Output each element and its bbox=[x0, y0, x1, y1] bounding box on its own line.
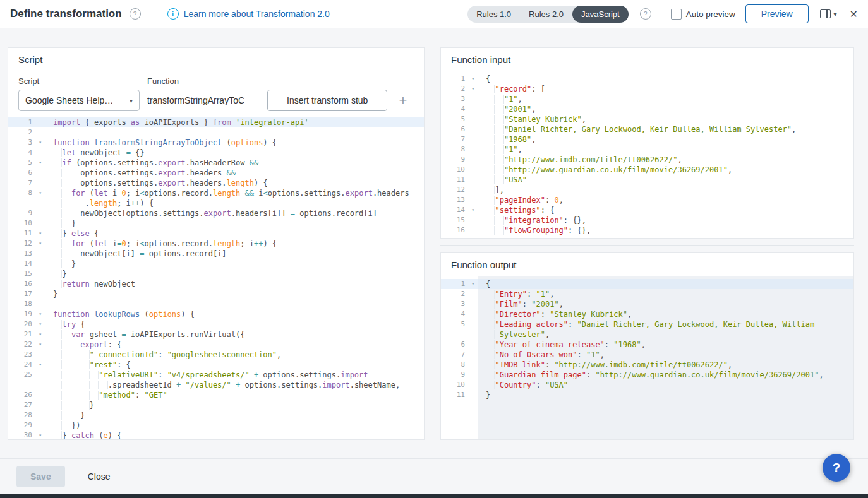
save-button[interactable]: Save bbox=[16, 466, 65, 487]
fold-toggle-icon[interactable]: ▾ bbox=[39, 158, 42, 168]
code-line: 12▾ for (let i=0; i<options.record.lengt… bbox=[8, 239, 424, 249]
panel-resize-handle[interactable] bbox=[440, 245, 854, 246]
learn-more-link[interactable]: Learn more about Transformation 2.0 bbox=[184, 9, 330, 19]
line-number: 25 bbox=[8, 370, 45, 380]
code-line: .length; i++) { bbox=[8, 198, 424, 208]
line-number: 14▾ bbox=[441, 205, 478, 215]
fold-toggle-icon[interactable]: ▾ bbox=[471, 84, 474, 94]
line-number bbox=[8, 198, 45, 208]
script-code-editor[interactable]: 1import { exports as ioAPIExports } from… bbox=[8, 117, 424, 439]
script-form: Script Google Sheets Help… ▾ Function tr… bbox=[8, 71, 424, 117]
code-line: 13 "pageIndex": 0, bbox=[441, 195, 853, 205]
layout-menu-button[interactable]: ▾ bbox=[820, 9, 837, 18]
line-number: 6 bbox=[8, 168, 45, 178]
layout-columns-icon bbox=[820, 9, 831, 18]
auto-preview-checkbox[interactable] bbox=[671, 9, 682, 20]
gutter-divider bbox=[478, 276, 478, 439]
code-line: 7 "No of Oscars won": "1", bbox=[441, 350, 853, 360]
info-icon bbox=[167, 8, 179, 20]
mode-rules-2-tab[interactable]: Rules 2.0 bbox=[520, 6, 572, 23]
line-number: 1▾ bbox=[441, 74, 478, 84]
line-number: 11 bbox=[441, 175, 478, 185]
script-select[interactable]: Google Sheets Help… ▾ bbox=[18, 90, 140, 111]
fold-toggle-icon[interactable]: ▾ bbox=[39, 239, 42, 249]
fold-toggle-icon[interactable]: ▾ bbox=[471, 74, 474, 84]
code-line: 22▾ export: { bbox=[8, 340, 424, 350]
function-output-editor[interactable]: 1▾{2 "Entry": "1",3 "Film": "2001",4 "Di… bbox=[441, 276, 853, 439]
script-panel: Script Script Google Sheets Help… ▾ Func… bbox=[8, 47, 425, 440]
code-line: 24▾ "rest": { bbox=[8, 360, 424, 370]
code-line: 3 "1", bbox=[441, 94, 853, 104]
fold-toggle-icon[interactable]: ▾ bbox=[39, 138, 42, 148]
close-icon[interactable] bbox=[850, 8, 858, 20]
function-output-title: Function output bbox=[441, 253, 853, 276]
code-line: 27 } bbox=[8, 400, 424, 410]
code-line: 7 "1968", bbox=[441, 134, 853, 145]
script-select-value: Google Sheets Help… bbox=[25, 95, 126, 105]
line-number: 26 bbox=[8, 390, 45, 400]
footer: Save Close bbox=[0, 458, 868, 494]
fold-toggle-icon[interactable]: ▾ bbox=[39, 228, 42, 239]
code-line: 2 bbox=[8, 127, 424, 138]
insert-transform-stub-button[interactable]: Insert transform stub bbox=[267, 90, 387, 111]
fold-toggle-icon[interactable]: ▾ bbox=[39, 329, 42, 340]
mode-javascript-tab[interactable]: JavaScript bbox=[572, 6, 629, 23]
code-line: 30▾ } catch (e) { bbox=[8, 430, 424, 439]
fold-toggle-icon[interactable]: ▾ bbox=[39, 188, 42, 198]
code-line: 29 }) bbox=[8, 420, 424, 430]
code-line: 17} bbox=[8, 289, 424, 299]
line-number: 1 bbox=[8, 117, 45, 127]
code-line: 20▾ try { bbox=[8, 319, 424, 329]
code-line: 10 "Country": "USA" bbox=[441, 380, 853, 390]
help-fab-button[interactable] bbox=[823, 454, 850, 482]
preview-button[interactable]: Preview bbox=[745, 4, 809, 23]
divider bbox=[661, 6, 661, 22]
line-number: 2 bbox=[8, 127, 45, 138]
fold-toggle-icon[interactable]: ▾ bbox=[471, 205, 474, 215]
line-number: 12▾ bbox=[8, 239, 45, 249]
line-number: 3 bbox=[441, 299, 478, 309]
line-number: 14 bbox=[8, 259, 45, 269]
fold-toggle-icon[interactable]: ▾ bbox=[39, 340, 42, 350]
add-script-icon[interactable] bbox=[399, 90, 407, 111]
line-number: 15 bbox=[8, 269, 45, 279]
fold-toggle-icon[interactable]: ▾ bbox=[39, 430, 42, 439]
code-line: 25 "relativeURI": "v4/spreadsheets/" + o… bbox=[8, 370, 424, 380]
script-panel-title: Script bbox=[8, 48, 424, 71]
fold-toggle-icon[interactable]: ▾ bbox=[471, 279, 474, 289]
mode-rules-1-tab[interactable]: Rules 1.0 bbox=[467, 6, 520, 23]
code-line: 11} bbox=[441, 390, 853, 400]
code-line: 15 } bbox=[8, 269, 424, 279]
code-line: 21▾ var gsheet = ioAPIExports.runVirtual… bbox=[8, 329, 424, 340]
function-input-editor[interactable]: 1▾{2▾ "record": [3 "1",4 "2001",5 "Stanl… bbox=[441, 71, 853, 238]
code-line: 11▾ } else { bbox=[8, 228, 424, 239]
help-icon[interactable] bbox=[130, 8, 141, 20]
function-field-label: Function bbox=[147, 76, 258, 86]
code-line: 4 "2001", bbox=[441, 104, 853, 114]
code-line: 9 "http://www.imdb.com/title/tt0062622/"… bbox=[441, 155, 853, 165]
code-line: 10 } bbox=[8, 218, 424, 228]
line-number: 27 bbox=[8, 400, 45, 410]
close-button[interactable]: Close bbox=[84, 471, 114, 482]
fold-toggle-icon[interactable]: ▾ bbox=[39, 309, 42, 319]
line-number: 6 bbox=[441, 340, 478, 350]
code-line: 3▾function transformStringArrayToObject … bbox=[8, 138, 424, 148]
code-line: 5 "Stanley Kubrick", bbox=[441, 114, 853, 124]
help-icon-secondary[interactable] bbox=[640, 8, 651, 20]
code-line: 1▾{ bbox=[441, 74, 853, 84]
function-select[interactable]: transformStringArrayToC bbox=[147, 90, 258, 111]
fold-toggle-icon[interactable]: ▾ bbox=[39, 319, 42, 329]
code-line: 16 return newObject bbox=[8, 279, 424, 289]
line-number bbox=[441, 329, 478, 340]
fold-toggle-icon[interactable]: ▾ bbox=[39, 360, 42, 370]
chevron-down-icon: ▾ bbox=[130, 97, 133, 104]
code-line: 28 } bbox=[8, 410, 424, 420]
auto-preview-label: Auto preview bbox=[686, 9, 735, 19]
line-number: 10 bbox=[441, 165, 478, 175]
code-line: 4 "Director": "Stanley Kubrick", bbox=[441, 309, 853, 319]
line-number: 4 bbox=[8, 148, 45, 158]
code-line: 2 "Entry": "1", bbox=[441, 289, 853, 299]
line-number: 3▾ bbox=[8, 138, 45, 148]
line-number: 15 bbox=[441, 215, 478, 225]
gutter-divider bbox=[45, 117, 45, 439]
